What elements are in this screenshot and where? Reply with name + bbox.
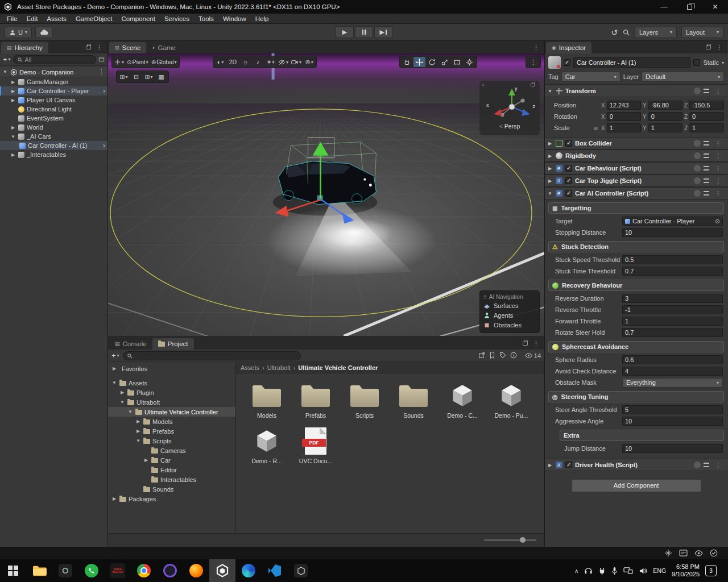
menu-component[interactable]: Component [117, 15, 159, 22]
tag-icon[interactable] [499, 352, 506, 360]
tree-editor[interactable]: Editor [108, 465, 235, 475]
target-object-field[interactable]: Car Controller - Player ⊙ [622, 217, 723, 226]
pause-button[interactable] [355, 26, 373, 38]
ai-nav-surfaces[interactable]: Surfaces [483, 301, 536, 310]
position-z-field[interactable]: -150.5 [689, 101, 724, 110]
active-checkbox[interactable] [564, 59, 570, 66]
headset-icon[interactable] [584, 567, 593, 575]
component-header-transform[interactable]: ▼ Transform ⋮ [545, 85, 727, 97]
pivot-dropdown[interactable]: ⊙Pivot▾ [126, 57, 150, 67]
hierarchy-item-gamemanager[interactable]: ▶ GameManager [0, 77, 107, 86]
global-dropdown[interactable]: ⊕Global▾ [150, 57, 178, 67]
info-icon[interactable] [510, 352, 517, 360]
file-explorer-icon[interactable] [26, 559, 52, 582]
open-in-new-icon[interactable] [478, 352, 485, 360]
scene-menu-icon[interactable]: ⋮ [96, 68, 107, 76]
tree-plugin[interactable]: ▶Plugin [108, 388, 235, 397]
component-menu-icon[interactable]: ⋮ [712, 165, 724, 172]
component-header-box-collider[interactable]: ▶ Box Collider ⋮ [545, 137, 727, 149]
asset-scripts-folder[interactable]: Scripts [341, 379, 388, 419]
gameobject-icon[interactable] [548, 56, 561, 69]
2d-toggle[interactable]: 2D [227, 57, 239, 67]
help-icon[interactable] [694, 140, 701, 147]
close-button[interactable]: ✕ [702, 0, 728, 14]
search-filter-icon[interactable] [98, 56, 105, 63]
stuck-speed-field[interactable]: 0.5 [622, 255, 723, 264]
scene-audio-toggle[interactable]: ♪ [252, 57, 264, 67]
tree-interactables[interactable]: Interactables [108, 475, 235, 484]
forward-throttle-field[interactable]: 1 [622, 317, 723, 326]
component-menu-icon[interactable]: ⋮ [712, 462, 724, 469]
help-icon[interactable] [694, 88, 701, 94]
prefab-open-arrow[interactable]: › [103, 142, 107, 149]
tab-project[interactable]: Project [152, 338, 194, 350]
purple-browser-icon[interactable] [157, 559, 183, 582]
tree-scripts[interactable]: ▼Scripts [108, 436, 235, 446]
help-icon[interactable] [694, 190, 701, 197]
overlay-handle-icon[interactable]: ≡ [483, 294, 487, 300]
tab-inspector[interactable]: ◉ Inspector [546, 42, 592, 53]
help-icon[interactable] [694, 177, 701, 184]
rotation-y-field[interactable]: 0 [648, 112, 682, 121]
scale-x-field[interactable]: 1 [607, 123, 641, 132]
lock-icon[interactable] [706, 45, 711, 49]
tag-dropdown[interactable]: Car▾ [561, 72, 621, 82]
grid-snap-dropdown[interactable]: ⊞▾ [118, 72, 130, 82]
tab-game[interactable]: ◗ Game [146, 42, 181, 53]
help-icon[interactable] [694, 462, 701, 468]
component-header-car-behaviour[interactable]: ▶ Car Behaviour (Script) ⋮ [545, 162, 727, 174]
presets-icon[interactable] [704, 178, 709, 183]
camera-settings-dropdown[interactable]: ▾ [290, 57, 303, 67]
projection-toggle[interactable]: <Persp [482, 123, 537, 130]
hierarchy-item-world[interactable]: ▶ World [0, 123, 107, 132]
scene-visibility-dropdown[interactable]: ▾ [277, 57, 289, 67]
shading-mode-dropdown[interactable]: ◐▾ [214, 57, 226, 67]
jump-distance-field[interactable]: 10 [622, 444, 723, 453]
asset-sounds-folder[interactable]: Sounds [390, 379, 437, 419]
sparkle-tray-icon[interactable] [664, 549, 672, 557]
orange-browser-icon[interactable] [183, 559, 209, 582]
prefab-open-arrow[interactable]: › [103, 87, 107, 95]
presets-icon[interactable] [704, 463, 709, 467]
menu-edit[interactable]: Edit [22, 15, 43, 22]
overlay-handle-icon[interactable]: ≡ [482, 82, 485, 88]
project-menu-icon[interactable]: ⋮ [530, 340, 542, 347]
rotate-steer-hold-field[interactable]: 0.7 [622, 328, 723, 337]
asset-prefabs-folder[interactable]: Prefabs [292, 379, 340, 419]
menu-services[interactable]: Services [160, 15, 194, 22]
help-icon[interactable] [694, 165, 701, 172]
scene-header-row[interactable]: ▼ Demo - Companion ⋮ [0, 67, 107, 77]
asset-uvc-documentation[interactable]: PDF UVC Docu... [292, 425, 340, 464]
favorites-row[interactable]: ▶ Favorites [108, 364, 235, 373]
ai-nav-obstacles[interactable]: Obstacles [483, 320, 536, 330]
scale-y-field[interactable]: 1 [648, 123, 682, 132]
component-header-car-ai-controller[interactable]: ▼ Car AI Controller (Script) ⋮ [545, 187, 727, 199]
rect-tool[interactable] [451, 57, 463, 67]
scene-menu-icon[interactable]: ⋮ [530, 44, 542, 51]
tree-ultimate-vehicle-controller[interactable]: ▼Ultimate Vehicle Controller [108, 407, 235, 417]
stopping-distance-field[interactable]: 10 [622, 228, 723, 237]
scale-z-field[interactable]: 1 [689, 123, 724, 132]
component-enabled-checkbox[interactable] [565, 165, 572, 172]
grid-visibility-icon[interactable]: ▦ [155, 72, 167, 82]
presets-icon[interactable] [704, 153, 709, 158]
component-enabled-checkbox[interactable] [565, 140, 572, 147]
reverse-duration-field[interactable]: 3 [622, 294, 723, 303]
hierarchy-item-eventsystem[interactable]: EventSystem [0, 114, 107, 123]
orientation-gizmo[interactable]: ≡ y x z [479, 81, 540, 135]
grid-plus-dropdown[interactable]: ⊞▾ [143, 72, 155, 82]
menu-tools[interactable]: Tools [194, 15, 218, 22]
component-menu-icon[interactable]: ⋮ [712, 177, 724, 185]
effects-dropdown[interactable]: ✶▾ [264, 57, 276, 67]
component-enabled-checkbox[interactable] [565, 177, 572, 184]
bookmark-icon[interactable] [489, 352, 495, 360]
zoom-slider[interactable] [484, 539, 536, 541]
menu-assets[interactable]: Assets [42, 15, 71, 22]
static-dropdown-icon[interactable]: ▾ [722, 60, 724, 65]
clock[interactable]: 6:58 PM 9/10/2025 [672, 563, 700, 578]
start-button[interactable] [0, 559, 26, 582]
undo-history-icon[interactable]: ↺ [611, 28, 618, 37]
lock-icon[interactable] [86, 45, 91, 49]
account-button[interactable]: U ▾ [5, 27, 32, 38]
minimize-button[interactable]: — [651, 0, 677, 14]
